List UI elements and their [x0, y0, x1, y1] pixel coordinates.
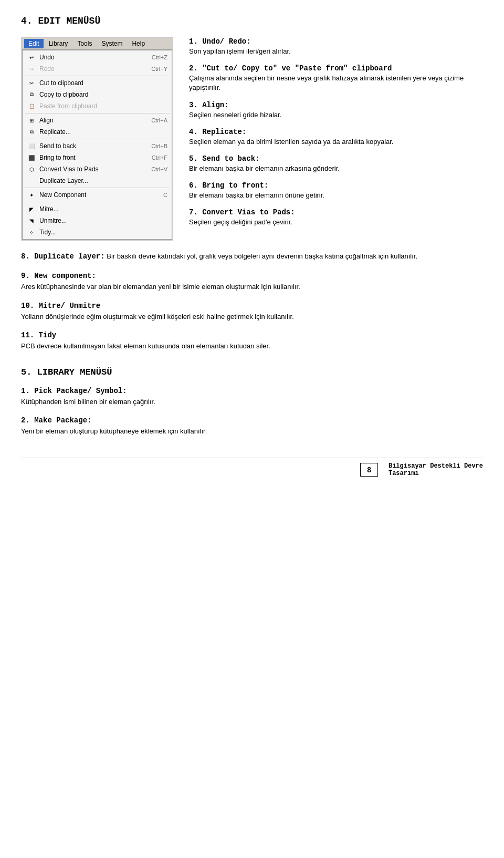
menu-bar: Edit Library Tools System Help	[22, 38, 172, 50]
desc-item-6: 6. Bring to front: Bir elemanı başka bir…	[189, 181, 483, 200]
cut-icon	[27, 78, 36, 88]
library-item-1: 1. Pick Package/ Symbol: Kütüphanden ism…	[21, 386, 483, 407]
replicate-icon	[27, 127, 36, 137]
desc-6-number: 6.	[189, 181, 202, 190]
menu-item-undo-label: Undo	[39, 54, 55, 61]
redo-icon	[27, 64, 36, 74]
desc-1-text: Son yapılan işlemi ileri/geri alırlar.	[189, 47, 483, 56]
menu-item-align[interactable]: Align Ctrl+A	[23, 115, 172, 126]
menu-item-redo[interactable]: Redo Ctrl+Y	[23, 63, 172, 75]
menu-item-copy[interactable]: Copy to clipboard	[23, 89, 172, 100]
desc-3-number: 3.	[189, 101, 202, 109]
convert-vias-icon	[27, 164, 36, 174]
menu-bar-edit[interactable]: Edit	[24, 39, 44, 48]
desc-6-text: Bir elemanı başka bir elemanın önüne get…	[189, 191, 483, 200]
menu-item-bring-front[interactable]: Bring to front Ctrl+F	[23, 152, 172, 163]
send-back-icon	[27, 141, 36, 151]
description-area: 1. Undo/ Redo: Son yapılan işlemi ileri/…	[189, 37, 483, 241]
desc-4-text: Seçilen eleman ya da birimi istenilen sa…	[189, 137, 483, 147]
footer-subtitle-2: Tasarımı	[388, 470, 483, 477]
menu-item-mitre-label: Mitre...	[39, 205, 59, 213]
bring-front-shortcut: Ctrl+F	[152, 154, 167, 161]
unmitre-icon	[27, 216, 36, 225]
menu-item-send-back-label: Send to back	[39, 142, 76, 150]
main-content-area: Edit Library Tools System Help Undo Ctrl…	[21, 37, 483, 241]
library-item-2-text: Yeni bir eleman oluşturup kütüphaneye ek…	[21, 427, 207, 435]
library-item-1-text: Kütüphanden ismi bilinen bir eleman çağr…	[21, 398, 155, 406]
full-section-11: 11. Tidy PCB devrede kullanılmayan fakat…	[21, 330, 483, 352]
separator-4	[25, 188, 170, 188]
library-section-heading: 5. LIBRARY MENÜSÜ	[21, 367, 483, 377]
menu-item-undo[interactable]: Undo Ctrl+Z	[23, 51, 172, 63]
desc-5-number: 5.	[189, 154, 202, 163]
desc-2-number: 2.	[189, 64, 202, 73]
footer-subtitle-1: Bilgisayar Destekli Devre	[388, 462, 483, 470]
menu-item-paste[interactable]: Paste from clipboard	[23, 100, 172, 112]
menu-item-tidy-label: Tidy...	[39, 229, 56, 236]
menu-item-duplicate-layer[interactable]: Duplicate Layer...	[23, 175, 172, 187]
menu-item-cut-label: Cut to clipboard	[39, 79, 83, 87]
library-item-1-title: Pick Package/ Symbol:	[34, 387, 127, 395]
menu-item-bring-front-label: Bring to front	[39, 154, 76, 161]
menu-item-cut[interactable]: Cut to clipboard	[23, 77, 172, 89]
desc-item-2: 2. "Cut to/ Copy to" ve "Paste from" cli…	[189, 64, 483, 92]
align-shortcut: Ctrl+A	[151, 117, 167, 123]
desc-2-title: "Cut to/ Copy to" ve "Paste from" clipbo…	[202, 64, 392, 73]
mitre-icon	[27, 204, 36, 214]
menu-item-unmitre[interactable]: Unmitre...	[23, 215, 172, 226]
menu-screenshot: Edit Library Tools System Help Undo Ctrl…	[21, 37, 173, 241]
desc-2-text: Çalışma alanında seçilen bir nesne veya …	[189, 74, 483, 92]
align-icon	[27, 116, 36, 125]
desc-7-number: 7.	[189, 208, 202, 216]
menu-item-send-back[interactable]: Send to back Ctrl+B	[23, 140, 172, 152]
desc-1-title: Undo/ Redo:	[202, 37, 250, 46]
separator-2	[25, 113, 170, 113]
section-9-number: 9.	[21, 272, 34, 280]
section-8-text: Bir baskılı devre katındaki yol, grafik …	[107, 252, 417, 260]
desc-7-text: Seçilen geçiş deliğini pad'e çevirir.	[189, 218, 483, 227]
desc-3-title: Align:	[202, 101, 228, 109]
tidy-icon	[27, 228, 36, 237]
menu-item-redo-label: Redo	[39, 65, 55, 73]
menu-item-duplicate-layer-label: Duplicate Layer...	[39, 177, 88, 184]
separator-3	[25, 139, 170, 139]
section-11-text: PCB devrede kullanılmayan fakat eleman k…	[21, 342, 270, 350]
menu-item-convert-vias-label: Convert Vias to Pads	[39, 166, 99, 173]
desc-5-title: Send to back:	[202, 154, 259, 163]
desc-item-4: 4. Replicate: Seçilen eleman ya da birim…	[189, 127, 483, 147]
duplicate-layer-icon	[27, 176, 36, 185]
desc-4-number: 4.	[189, 128, 202, 136]
separator-5	[25, 202, 170, 202]
page-title: 4. EDIT MENÜSÜ	[21, 16, 483, 26]
desc-6-title: Bring to front:	[202, 181, 268, 190]
desc-7-title: Convert Vias to Pads:	[202, 208, 295, 216]
send-back-shortcut: Ctrl+B	[151, 143, 167, 149]
menu-item-convert-vias[interactable]: Convert Vias to Pads Ctrl+V	[23, 163, 172, 175]
menu-item-paste-label: Paste from clipboard	[39, 102, 97, 110]
full-section-9: 9. New component: Ares kütüphanesinde va…	[21, 271, 483, 292]
paste-icon	[27, 101, 36, 111]
desc-1-number: 1.	[189, 37, 202, 46]
desc-item-3: 3. Align: Seçilen nesneleri gride hizala…	[189, 100, 483, 120]
desc-item-1: 1. Undo/ Redo: Son yapılan işlemi ileri/…	[189, 37, 483, 56]
menu-bar-library[interactable]: Library	[45, 39, 72, 48]
menu-item-new-component[interactable]: New Component C	[23, 189, 172, 201]
menu-item-align-label: Align	[39, 117, 54, 124]
desc-item-5: 5. Send to back: Bir elemanı başka bir e…	[189, 154, 483, 173]
bring-front-icon	[27, 153, 36, 162]
separator-1	[25, 76, 170, 76]
section-10-number: 10.	[21, 302, 39, 310]
section-8-title: Duplicate layer:	[34, 252, 104, 261]
menu-item-tidy[interactable]: Tidy...	[23, 226, 172, 238]
section-9-text: Ares kütüphanesinde var olan bir elemand…	[21, 283, 300, 291]
menu-bar-system[interactable]: System	[97, 39, 127, 48]
section-10-title: Mitre/ Unmitre	[39, 302, 101, 310]
library-item-2-title: Make Package:	[34, 416, 91, 425]
menu-bar-help[interactable]: Help	[128, 39, 149, 48]
menu-item-mitre[interactable]: Mitre...	[23, 203, 172, 215]
library-item-2-number: 2.	[21, 416, 34, 425]
desc-5-text: Bir elemanı başka bir elemanın arkasına …	[189, 164, 483, 173]
library-item-2: 2. Make Package: Yeni bir eleman oluştur…	[21, 415, 483, 437]
menu-bar-tools[interactable]: Tools	[73, 39, 96, 48]
menu-item-replicate[interactable]: Replicate...	[23, 126, 172, 138]
